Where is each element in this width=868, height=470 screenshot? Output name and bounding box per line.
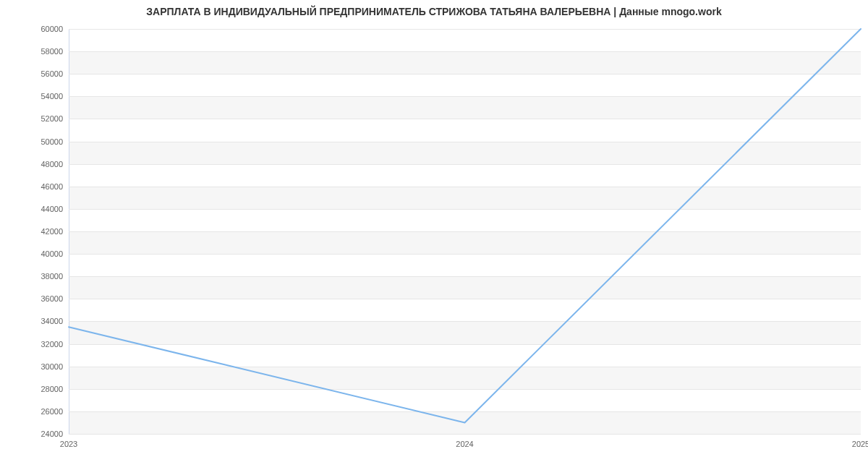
y-tick-label: 54000 (41, 92, 63, 101)
y-tick-label: 50000 (41, 137, 63, 146)
y-tick-label: 36000 (41, 294, 63, 303)
y-tick-label: 48000 (41, 160, 63, 168)
y-tick-label: 56000 (41, 69, 63, 78)
salary-line-chart: ЗАРПЛАТА В ИНДИВИДУАЛЬНЫЙ ПРЕДПРИНИМАТЕЛ… (0, 0, 868, 470)
y-tick-label: 28000 (41, 385, 63, 393)
y-tick-label: 26000 (41, 407, 63, 416)
y-tick-label: 52000 (41, 114, 63, 123)
salary-series-line (69, 29, 861, 422)
y-tick-label: 38000 (41, 272, 63, 281)
y-tick-label: 40000 (41, 249, 63, 258)
x-tick-label: 2024 (456, 440, 473, 448)
y-tick-label: 24000 (41, 430, 63, 438)
y-tick-label: 58000 (41, 47, 63, 56)
y-tick-label: 34000 (41, 317, 63, 325)
y-gridline (69, 434, 861, 435)
x-tick-label: 2023 (60, 440, 77, 448)
y-tick-label: 46000 (41, 182, 63, 191)
chart-title: ЗАРПЛАТА В ИНДИВИДУАЛЬНЫЙ ПРЕДПРИНИМАТЕЛ… (0, 6, 868, 17)
y-tick-label: 30000 (41, 362, 63, 371)
series-svg (69, 29, 861, 434)
y-tick-label: 44000 (41, 205, 63, 213)
y-tick-label: 42000 (41, 227, 63, 236)
plot-area: 2400026000280003000032000340003600038000… (69, 29, 861, 434)
x-tick-label: 2025 (852, 440, 868, 448)
y-tick-label: 32000 (41, 340, 63, 349)
y-tick-label: 60000 (41, 25, 63, 33)
